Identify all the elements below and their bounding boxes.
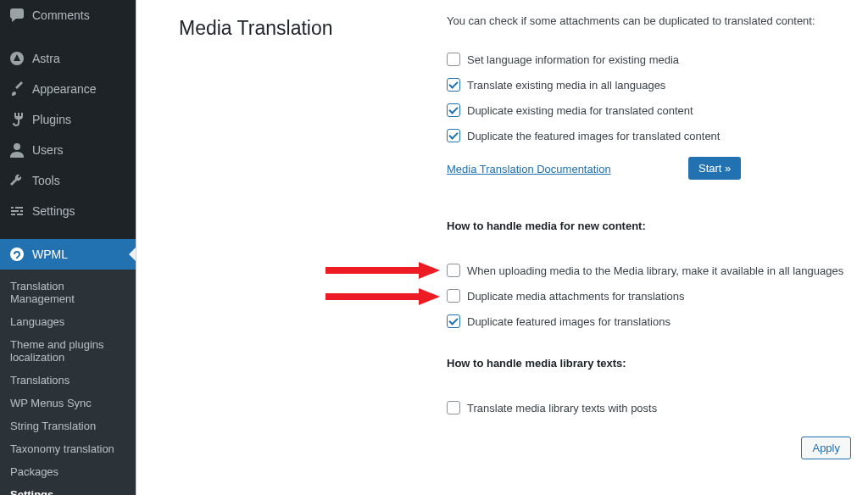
sliders-icon — [8, 203, 25, 220]
check-translate-media-library-texts[interactable]: Translate media library texts with posts — [447, 401, 657, 414]
checkbox-label: Duplicate the featured images for transl… — [467, 130, 720, 142]
check-translate-existing-media[interactable]: Translate existing media in all language… — [447, 78, 720, 92]
sidebar-item-label: Appearance — [32, 82, 97, 96]
content-area: Media Translation You can check if some … — [136, 0, 868, 495]
checkbox-label: When uploading media to the Media librar… — [467, 264, 843, 277]
submenu-packages[interactable]: Packages — [0, 460, 136, 483]
comments-icon — [8, 7, 25, 24]
check-duplicate-featured-images[interactable]: Duplicate the featured images for transl… — [447, 129, 720, 142]
checkbox-label: Duplicate existing media for translated … — [467, 104, 693, 117]
sidebar-item-appearance[interactable]: Appearance — [0, 74, 136, 104]
submenu-languages[interactable]: Languages — [0, 310, 136, 333]
check-duplicate-featured-images-new[interactable]: Duplicate featured images for translatio… — [447, 314, 843, 328]
check-upload-available-all-languages-input[interactable] — [447, 264, 460, 277]
start-button[interactable]: Start » — [688, 157, 741, 180]
sidebar-item-label: Comments — [32, 8, 90, 22]
check-set-language-info-input[interactable] — [447, 53, 460, 66]
check-duplicate-existing-media[interactable]: Duplicate existing media for translated … — [447, 103, 720, 117]
sidebar-item-label: Astra — [32, 52, 60, 65]
svg-point-1 — [14, 143, 20, 150]
sidebar-item-comments[interactable]: Comments — [0, 0, 136, 31]
sidebar-item-label: Tools — [32, 174, 60, 187]
sidebar-item-wpml[interactable]: WPML — [0, 239, 136, 270]
submenu-settings[interactable]: Settings — [0, 483, 136, 495]
plugin-icon — [8, 111, 25, 128]
section-intro: You can check if some attachments can be… — [447, 14, 815, 27]
check-translate-media-library-texts-input[interactable] — [447, 401, 460, 414]
submenu-string-translation[interactable]: String Translation — [0, 414, 136, 437]
check-duplicate-featured-images-new-input[interactable] — [447, 314, 460, 328]
submenu-wp-menus-sync[interactable]: WP Menus Sync — [0, 392, 136, 414]
svg-marker-4 — [419, 262, 440, 279]
check-duplicate-existing-media-input[interactable] — [447, 103, 460, 117]
heading-new-content: How to handle media for new content: — [447, 220, 646, 232]
submenu-theme-plugins-localization[interactable]: Theme and plugins localization — [0, 333, 136, 369]
check-translate-existing-media-input[interactable] — [447, 78, 460, 92]
checkbox-label: Translate existing media in all language… — [467, 79, 665, 92]
svg-marker-6 — [419, 288, 440, 305]
sidebar-item-label: Settings — [32, 204, 75, 218]
sidebar-item-tools[interactable]: Tools — [0, 165, 136, 196]
check-duplicate-media-attachments[interactable]: Duplicate media attachments for translat… — [447, 289, 843, 303]
doc-link-anchor[interactable]: Media Translation Documentation — [447, 163, 611, 175]
svg-point-2 — [10, 248, 24, 261]
heading-media-library-texts: How to handle media library texts: — [447, 357, 626, 370]
check-duplicate-featured-images-input[interactable] — [447, 129, 460, 142]
existing-media-group: Set language information for existing me… — [447, 53, 720, 154]
submenu-translations[interactable]: Translations — [0, 369, 136, 392]
wpml-submenu: Translation Management Languages Theme a… — [0, 270, 136, 495]
media-translation-doc-link: Media Translation Documentation — [447, 163, 611, 175]
admin-sidebar: Comments Astra Appearance Plugins Users … — [0, 0, 136, 495]
sidebar-item-users[interactable]: Users — [0, 135, 136, 165]
submenu-translation-management[interactable]: Translation Management — [0, 275, 136, 310]
media-texts-group: Translate media library texts with posts — [447, 401, 657, 426]
submenu-taxonomy-translation[interactable]: Taxonomy translation — [0, 437, 136, 460]
check-duplicate-media-attachments-input[interactable] — [447, 289, 460, 303]
sidebar-item-label: WPML — [32, 248, 68, 261]
wpml-icon — [8, 246, 25, 263]
annotation-arrow-1 — [326, 262, 440, 279]
new-content-group: When uploading media to the Media librar… — [447, 264, 843, 340]
brush-icon — [8, 81, 25, 97]
sidebar-item-label: Users — [32, 143, 64, 157]
annotation-arrow-2 — [326, 288, 440, 305]
sidebar-item-astra[interactable]: Astra — [0, 43, 136, 74]
checkbox-label: Duplicate featured images for translatio… — [467, 315, 670, 328]
checkbox-label: Duplicate media attachments for translat… — [467, 290, 685, 303]
sidebar-item-plugins[interactable]: Plugins — [0, 104, 136, 135]
apply-button[interactable]: Apply — [801, 437, 851, 459]
astra-icon — [8, 50, 25, 67]
page-title: Media Translation — [179, 17, 333, 40]
user-icon — [8, 142, 25, 159]
checkbox-label: Set language information for existing me… — [467, 53, 679, 66]
checkbox-label: Translate media library texts with posts — [467, 402, 657, 414]
sidebar-item-settings[interactable]: Settings — [0, 196, 136, 226]
check-set-language-info[interactable]: Set language information for existing me… — [447, 53, 720, 66]
sidebar-item-label: Plugins — [32, 113, 71, 126]
check-upload-available-all-languages[interactable]: When uploading media to the Media librar… — [447, 264, 843, 277]
wrench-icon — [8, 172, 25, 189]
